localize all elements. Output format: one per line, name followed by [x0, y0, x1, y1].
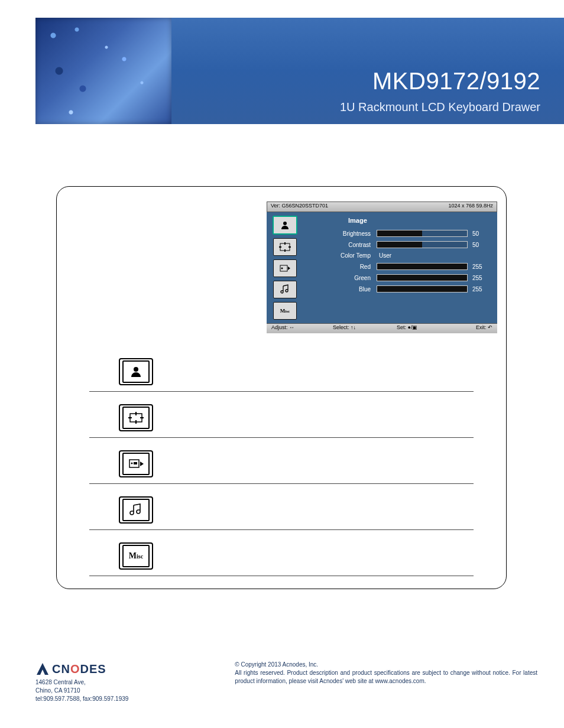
osd-version: Ver: G56SN20SSTD701 [267, 202, 332, 212]
osd-footer: Adjust: ↔ Select: ↑↓ Set: ●/▣ Exit: ↶ [267, 323, 497, 333]
svg-point-3 [281, 268, 283, 269]
product-subtitle: 1U Rackmount LCD Keyboard Drawer [340, 100, 540, 114]
audio-icon [119, 496, 153, 524]
osd-param-bar[interactable] [377, 263, 468, 270]
image-icon [119, 358, 153, 385]
company-logo: CNODES [35, 661, 128, 677]
osd-param-label: Contrast [306, 242, 377, 248]
icon-row [89, 352, 474, 392]
osd-param-value: 255 [472, 286, 489, 292]
company-block: CNODES 14628 Central Ave, Chino, CA 9171… [35, 661, 128, 703]
osd-param-value: User [377, 252, 489, 259]
svg-rect-8 [134, 462, 137, 464]
osd-param-bar[interactable] [377, 241, 468, 248]
icon-row [89, 490, 474, 530]
osd-param-bar[interactable] [377, 285, 468, 292]
document-page: MKD9172/9192 1U Rackmount LCD Keyboard D… [0, 0, 564, 728]
osd-resolution: 1024 x 768 59.8Hz [445, 202, 497, 212]
svg-point-7 [131, 463, 133, 464]
icon-row [89, 398, 474, 438]
osd-param-row: Blue255 [306, 285, 489, 292]
osd-param-row: Red255 [306, 263, 489, 270]
osd-param-value: 50 [472, 242, 489, 248]
osd-param-value: 255 [472, 264, 489, 270]
osd-param-row: Green255 [306, 274, 489, 281]
icon-row: Misc [89, 537, 474, 576]
osd-param-label: Blue [306, 286, 377, 292]
osd-param-row: Color TempUser [306, 252, 489, 259]
osd-param-label: Green [306, 275, 377, 281]
osd-tab-strip: Misc [267, 212, 303, 323]
company-contact: tel:909.597.7588, fax:909.597.1939 [35, 695, 128, 703]
osd-params: Image Brightness50Contrast50Color TempUs… [303, 212, 497, 323]
geometry-icon [119, 404, 153, 431]
osd-param-label: Brightness [306, 230, 377, 237]
osd-hint-adjust: Adjust: ↔ [271, 324, 294, 331]
osd-hint-select: Select: ↑↓ [333, 324, 356, 331]
svg-point-4 [134, 367, 138, 372]
audio-icon[interactable] [273, 281, 297, 298]
osd-param-bar[interactable] [377, 274, 468, 281]
osd-param-bar[interactable] [377, 230, 468, 237]
osd-param-value: 255 [472, 275, 489, 281]
osd-menu: Ver: G56SN20SSTD701 1024 x 768 59.8Hz [267, 202, 497, 333]
osd-hint-exit: Exit: ↶ [476, 324, 492, 331]
misc-icon[interactable]: Misc [273, 302, 297, 320]
header-decor-image [35, 18, 171, 124]
svg-point-0 [283, 222, 287, 225]
osd-param-row: Contrast50 [306, 241, 489, 248]
osd-titlebar: Ver: G56SN20SSTD701 1024 x 768 59.8Hz [267, 202, 497, 212]
osd-hint-set: Set: ●/▣ [397, 324, 417, 331]
osd-section-title: Image [348, 217, 489, 224]
color-icon[interactable] [273, 259, 297, 277]
geometry-icon[interactable] [273, 238, 297, 256]
content-panel: Ver: G56SN20SSTD701 1024 x 768 59.8Hz [56, 186, 507, 589]
company-address-2: Chino, CA 91710 [35, 687, 128, 695]
osd-param-row: Brightness50 [306, 230, 489, 237]
misc-icon: Misc [119, 542, 153, 570]
legal-text: © Copyright 2013 Acnodes, Inc. All right… [235, 661, 537, 703]
brand-name: CNODES [52, 661, 106, 677]
color-icon [119, 450, 153, 477]
company-address-1: 14628 Central Ave, [35, 678, 128, 687]
header-banner: MKD9172/9192 1U Rackmount LCD Keyboard D… [35, 18, 564, 124]
image-icon[interactable] [273, 216, 297, 235]
osd-body: Misc Image Brightness50Contrast50Color T… [267, 212, 497, 323]
osd-param-value: 50 [472, 230, 489, 237]
icon-row [89, 444, 474, 484]
osd-param-label: Red [306, 264, 377, 270]
page-footer: CNODES 14628 Central Ave, Chino, CA 9171… [35, 661, 537, 703]
product-title: MKD9172/9192 [372, 68, 540, 95]
osd-param-label: Color Temp [306, 252, 377, 259]
